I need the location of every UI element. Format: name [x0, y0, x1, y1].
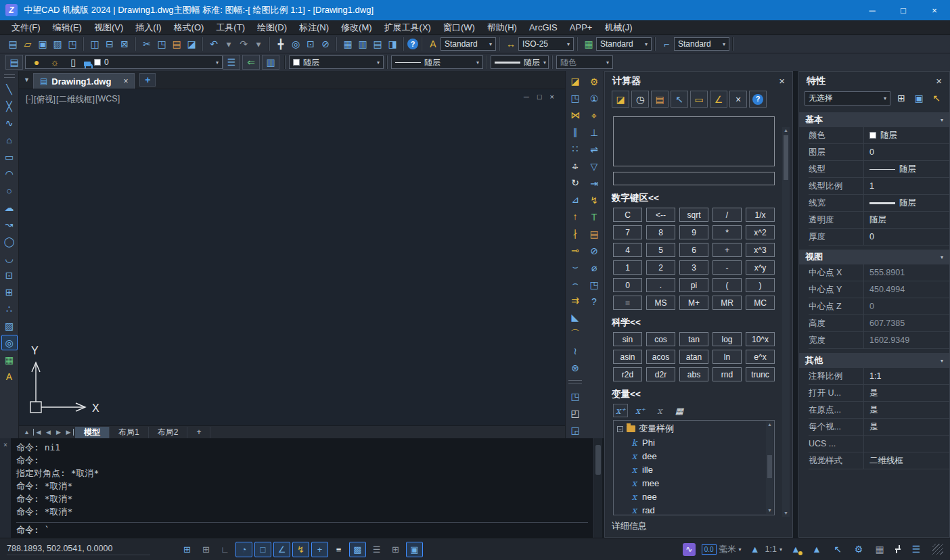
history-button[interactable]: ◷ [631, 91, 649, 108]
calc-key-pi[interactable]: pi [679, 278, 708, 292]
layer-manager-button[interactable]: ▥ [262, 55, 279, 70]
calc-key-2[interactable]: 2 [646, 260, 675, 275]
polar-tracking-toggle[interactable]: ◔ [235, 542, 252, 557]
open-file-icon[interactable]: ▱ [20, 37, 35, 51]
document-tab-close-icon[interactable]: × [123, 76, 128, 86]
variable-item[interactable]: xille [614, 463, 774, 476]
layout-menu-button[interactable]: ▲ [22, 429, 32, 436]
toolbar-grip[interactable] [4, 74, 15, 78]
character-spacing-icon[interactable]: ⇥ [586, 175, 602, 191]
polygon-icon[interactable]: ⌂ [1, 132, 18, 147]
draw-order-back-icon[interactable]: ◰ [567, 405, 583, 421]
match-properties-icon[interactable]: ◪ [184, 37, 199, 51]
viewport-control-1[interactable]: [俯视] [34, 94, 55, 106]
stretch-icon[interactable]: ↑ [567, 208, 583, 224]
calc-key-minus[interactable]: - [712, 260, 742, 275]
calc-key-ln[interactable]: ln [712, 350, 742, 364]
calculator-input[interactable] [613, 172, 775, 185]
dimension-style-icon[interactable]: ↔ [503, 37, 518, 51]
property-value[interactable]: 随层 [864, 164, 949, 175]
calc-key-10powx[interactable]: 10^x [746, 332, 775, 346]
explode-icon[interactable]: ⊛ [567, 360, 583, 375]
calc-key-log[interactable]: log [712, 332, 742, 346]
next-layout-button[interactable]: ▶ [53, 429, 64, 436]
command-history[interactable]: 命令: ni1命令:指定对角点: *取消*命令: *取消*命令: *取消*命令:… [11, 438, 593, 538]
toggle-pickadd-icon[interactable]: ▣ [911, 91, 926, 106]
weld-symbol-icon[interactable]: ↯ [586, 192, 602, 208]
calc-key-rnd[interactable]: rnd [712, 367, 742, 381]
layer-match-button[interactable]: ☰ [223, 55, 240, 70]
property-value[interactable]: 二维线框 [864, 455, 949, 467]
property-value[interactable]: 1 [864, 181, 949, 191]
menu-mechanical[interactable]: 机械(J) [598, 20, 638, 35]
redo-icon[interactable]: ↷ [236, 37, 251, 51]
section-header-misc[interactable]: 其他▾ [799, 353, 949, 368]
calc-key-equals[interactable]: = [613, 296, 642, 310]
layer-manager-icon[interactable]: ▥ [263, 55, 278, 70]
create-block-icon[interactable]: ⊞ [1, 284, 18, 300]
scale-icon[interactable]: ⊿ [567, 191, 583, 207]
calc-key-MC[interactable]: MC [746, 296, 775, 310]
doc-restore-icon[interactable]: □ [537, 93, 542, 101]
mtext-icon[interactable]: A [1, 369, 18, 384]
command-input[interactable]: 命令: ` [16, 522, 588, 538]
edit-variable-button[interactable]: x⁺ [633, 404, 648, 417]
property-value[interactable]: 0 [864, 302, 949, 311]
dynamic-input-toggle[interactable]: + [311, 542, 328, 557]
first-layout-button[interactable]: ◀ [33, 429, 43, 436]
document-tab[interactable]: ▤ Drawing1.dwg × [33, 73, 135, 89]
table-manager-icon[interactable]: ▥ [355, 37, 370, 51]
close-button[interactable]: × [919, 0, 950, 20]
plot-preview-icon[interactable]: ◫ [87, 37, 102, 51]
selection-combo[interactable]: 无选择 ▾ [805, 91, 890, 106]
properties-palette-toggle[interactable]: ☰ [368, 542, 385, 557]
draw-order-front-icon[interactable]: ◳ [567, 388, 583, 404]
hatch-icon[interactable]: ▨ [1, 318, 18, 333]
sheet-settings-icon[interactable]: ⚙ [586, 74, 602, 89]
last-layout-button[interactable]: ▶ [64, 429, 74, 436]
line-icon[interactable]: ╲ [1, 81, 18, 97]
array-icon[interactable]: ∷ [567, 141, 583, 157]
annotation-scale-icon[interactable]: ▲ [748, 542, 763, 557]
field-insert-icon[interactable]: ▤ [370, 37, 385, 51]
section-header-view[interactable]: 视图▾ [799, 250, 949, 264]
variable-item[interactable]: xnee [614, 490, 774, 503]
calc-key-multiply[interactable]: * [712, 225, 742, 239]
selection-filter-icon[interactable]: ↖ [830, 542, 845, 557]
pan-icon[interactable]: ╋ [273, 37, 288, 51]
break-icon[interactable]: ⌣ [567, 259, 583, 275]
layout-tab-layout1[interactable]: 布局1 [110, 427, 149, 438]
calc-key-sin[interactable]: sin [613, 332, 642, 346]
property-value[interactable]: 是 [864, 388, 949, 399]
clear-history-icon[interactable]: × [731, 92, 746, 107]
layout-tab-model[interactable]: 模型 [75, 427, 110, 438]
construction-line-icon[interactable]: ╳ [1, 98, 18, 114]
calc-key-trunc[interactable]: trunc [746, 367, 775, 381]
publish-icon[interactable]: ⊠ [117, 37, 132, 51]
table-icon[interactable]: ▦ [1, 352, 18, 367]
calc-key-lparen[interactable]: ( [712, 278, 742, 292]
layer-plot-icon[interactable]: ▯ [66, 55, 81, 69]
property-value[interactable]: 450.4994 [864, 285, 949, 294]
menu-express-tools[interactable]: 扩展工具(X) [378, 20, 437, 35]
break-at-point-icon[interactable]: ⌢ [567, 276, 583, 291]
calc-key-plus[interactable]: + [712, 243, 742, 257]
property-value[interactable]: 607.7385 [864, 319, 949, 328]
rectangle-icon[interactable]: ▭ [1, 149, 18, 164]
grid-display-toggle[interactable]: ⊞ [179, 542, 196, 557]
units-control[interactable]: 0.0毫米▾ [702, 544, 742, 555]
calc-key-epowx[interactable]: e^x [746, 350, 775, 364]
status-menu-icon[interactable]: ☰ [909, 542, 924, 557]
save-as-icon[interactable]: ▨ [50, 37, 65, 51]
coordinate-dimension-icon[interactable]: ⌖ [586, 108, 602, 123]
menu-edit[interactable]: 编辑(E) [47, 20, 88, 35]
property-value[interactable]: 0 [864, 232, 949, 241]
menu-insert[interactable]: 插入(I) [129, 20, 167, 35]
annotation-visibility-icon[interactable]: ▲ [788, 542, 803, 557]
cut-icon[interactable]: ✂ [139, 37, 154, 51]
variable-item[interactable]: xmee [614, 476, 774, 490]
calc-key-MR[interactable]: MR [712, 296, 742, 310]
table-insert-icon[interactable]: ▦ [340, 37, 355, 51]
auto-annotation-icon[interactable]: ▲ [809, 542, 824, 557]
ellipse-arc-icon[interactable]: ◡ [1, 250, 18, 266]
